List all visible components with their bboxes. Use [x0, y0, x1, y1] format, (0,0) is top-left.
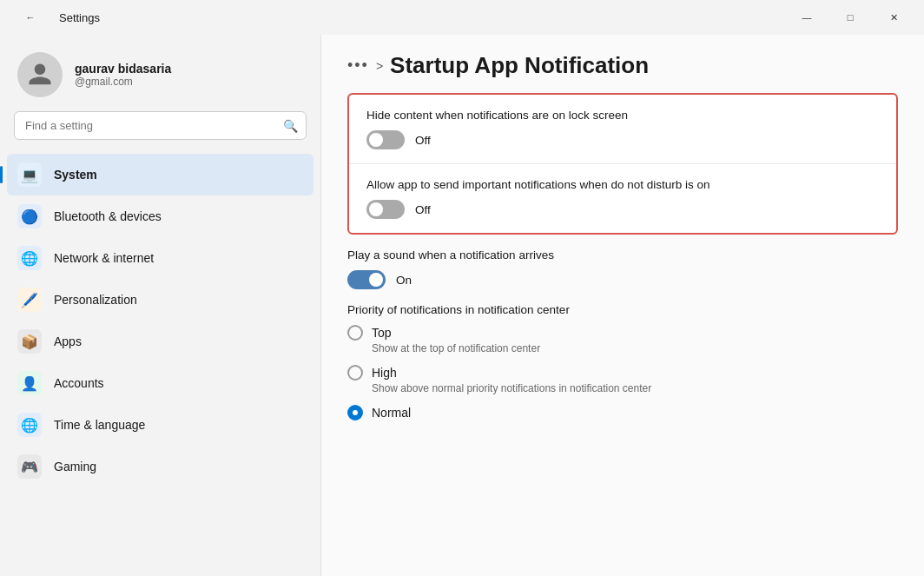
toggle-knob-2 — [369, 202, 383, 216]
radio-high-label: High — [372, 366, 397, 380]
radio-high-sub: Show above normal priority notifications… — [372, 382, 898, 394]
highlighted-settings-section: Hide content when notifications are on l… — [347, 93, 898, 235]
sidebar-item-label-personalization: Personalization — [54, 293, 137, 307]
page-title: Startup App Notification — [390, 52, 649, 79]
sidebar-item-label-network: Network & internet — [54, 251, 154, 265]
user-profile[interactable]: gaurav bidasaria @gmail.com — [0, 35, 320, 111]
user-email: @gmail.com — [75, 76, 171, 88]
main-content: ••• > Startup App Notification Hide cont… — [321, 35, 924, 576]
sound-state: On — [396, 274, 412, 287]
sidebar-item-personalization[interactable]: 🖊️ Personalization — [7, 279, 314, 321]
sidebar-item-label-gaming: Gaming — [54, 460, 96, 473]
user-icon — [27, 62, 53, 88]
hide-content-toggle[interactable] — [366, 130, 405, 149]
title-bar-left: ← Settings — [10, 3, 100, 31]
search-icon: 🔍 — [283, 119, 298, 133]
allow-app-state: Off — [415, 203, 431, 216]
hide-content-state: Off — [415, 134, 431, 147]
sound-setting: Play a sound when a notification arrives… — [347, 248, 898, 289]
breadcrumb-separator: > — [376, 59, 383, 73]
radio-normal-circle[interactable] — [347, 405, 363, 420]
nav-list: 💻 System 🔵 Bluetooth & devices 🌐 Network… — [0, 150, 320, 491]
sidebar-item-network[interactable]: 🌐 Network & internet — [7, 237, 314, 279]
sidebar-item-label-accounts: Accounts — [54, 376, 104, 390]
time-icon: 🌐 — [17, 413, 42, 437]
priority-setting: Priority of notifications in notificatio… — [347, 303, 898, 420]
system-icon: 💻 — [17, 162, 42, 187]
search-box[interactable]: 🔍 — [14, 111, 307, 140]
search-input[interactable] — [14, 111, 307, 140]
sound-label: Play a sound when a notification arrives — [347, 248, 898, 262]
sidebar-item-bluetooth[interactable]: 🔵 Bluetooth & devices — [7, 195, 314, 237]
app-body: gaurav bidasaria @gmail.com 🔍 💻 System 🔵… — [0, 35, 924, 576]
radio-top-circle[interactable] — [347, 325, 363, 341]
user-info: gaurav bidasaria @gmail.com — [75, 62, 171, 88]
allow-app-label: Allow app to send important notification… — [366, 178, 879, 191]
maximize-button[interactable]: □ — [830, 3, 870, 31]
allow-app-toggle[interactable] — [366, 200, 405, 219]
allow-app-toggle-row: Off — [366, 200, 879, 219]
radio-option-normal[interactable]: Normal — [347, 405, 898, 420]
minimize-button[interactable]: — — [787, 3, 827, 31]
close-button[interactable]: ✕ — [874, 3, 914, 31]
sound-toggle-knob — [369, 273, 383, 287]
back-button[interactable]: ← — [10, 3, 50, 31]
sidebar-item-label-time: Time & language — [54, 418, 145, 432]
priority-label: Priority of notifications in notificatio… — [347, 303, 898, 316]
hide-content-toggle-row: Off — [366, 130, 879, 149]
hide-content-label: Hide content when notifications are on l… — [366, 109, 879, 122]
personalization-icon: 🖊️ — [17, 288, 42, 312]
radio-top-row: Top — [347, 325, 898, 341]
sidebar-item-apps[interactable]: 📦 Apps — [7, 321, 314, 362]
radio-top-sub: Show at the top of notification center — [372, 342, 898, 354]
setting-hide-content: Hide content when notifications are on l… — [349, 95, 896, 163]
sidebar-item-accounts[interactable]: 👤 Accounts — [7, 362, 314, 404]
breadcrumb-dots[interactable]: ••• — [347, 56, 369, 75]
sidebar-item-time[interactable]: 🌐 Time & language — [7, 404, 314, 446]
gaming-icon: 🎮 — [17, 454, 42, 479]
toggle-knob — [369, 133, 383, 147]
sound-toggle-row: On — [347, 270, 898, 289]
apps-icon: 📦 — [17, 329, 42, 354]
app-title: Settings — [59, 11, 100, 24]
avatar — [17, 52, 63, 97]
radio-normal-row: Normal — [347, 405, 898, 420]
radio-option-top[interactable]: Top Show at the top of notification cent… — [347, 325, 898, 354]
accounts-icon: 👤 — [17, 371, 42, 395]
setting-allow-app: Allow app to send important notification… — [349, 163, 896, 233]
sidebar-item-label-bluetooth: Bluetooth & devices — [54, 209, 162, 223]
sidebar-item-label-system: System — [54, 168, 97, 182]
title-bar: ← Settings — □ ✕ — [0, 0, 924, 35]
radio-high-circle[interactable] — [347, 365, 363, 381]
sidebar-item-gaming[interactable]: 🎮 Gaming — [7, 446, 314, 487]
sound-toggle[interactable] — [347, 270, 386, 289]
bluetooth-icon: 🔵 — [17, 204, 42, 228]
radio-normal-label: Normal — [372, 406, 411, 420]
breadcrumb: ••• > Startup App Notification — [347, 52, 898, 79]
sidebar-item-label-apps: Apps — [54, 334, 82, 348]
window-controls: — □ ✕ — [787, 3, 914, 31]
user-name: gaurav bidasaria — [75, 62, 171, 76]
network-icon: 🌐 — [17, 246, 42, 270]
radio-option-high[interactable]: High Show above normal priority notifica… — [347, 365, 898, 394]
sidebar: gaurav bidasaria @gmail.com 🔍 💻 System 🔵… — [0, 35, 321, 576]
sidebar-item-system[interactable]: 💻 System — [7, 154, 314, 195]
radio-top-label: Top — [372, 326, 392, 340]
radio-high-row: High — [347, 365, 898, 381]
